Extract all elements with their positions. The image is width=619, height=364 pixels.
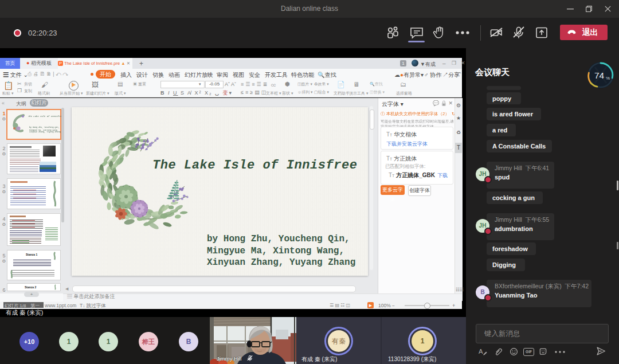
svg-text:A: A: [479, 348, 483, 355]
svg-text:%: %: [606, 76, 610, 81]
svg-text:74: 74: [594, 71, 605, 80]
